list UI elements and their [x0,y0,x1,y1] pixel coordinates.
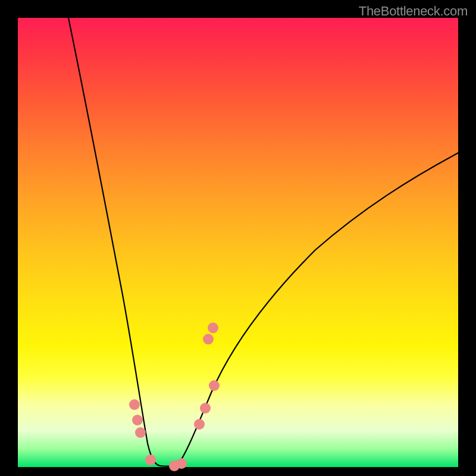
svg-point-2 [129,399,140,410]
svg-point-3 [132,415,143,425]
curve-layer [18,18,458,467]
svg-point-9 [176,458,187,469]
plot-area [18,18,458,467]
svg-line-14 [217,359,225,378]
curve-left-branch [68,18,161,466]
svg-point-16 [208,322,218,333]
svg-point-6 [145,455,156,465]
svg-point-12 [200,403,211,414]
svg-point-11 [194,419,205,430]
svg-point-4 [135,427,146,438]
svg-point-13 [209,380,220,391]
svg-point-15 [203,334,214,345]
svg-line-0 [122,338,129,370]
svg-line-10 [186,434,195,456]
curve-right-branch [177,153,458,465]
svg-line-1 [129,375,133,394]
chart-frame: TheBottleneck.com [0,0,476,476]
watermark-text: TheBottleneck.com [359,4,468,19]
